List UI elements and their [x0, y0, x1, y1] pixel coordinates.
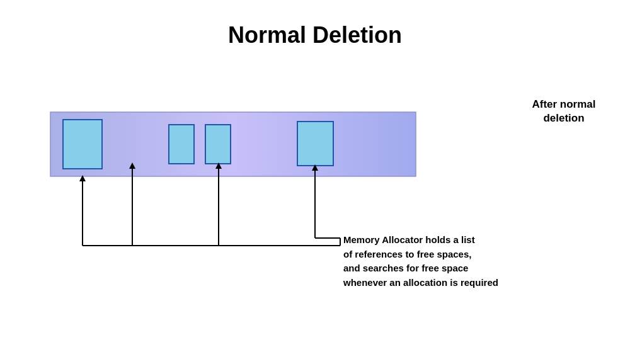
memory-allocator-label: Memory Allocator holds a listof referenc…	[343, 233, 595, 290]
memory-block-1	[63, 120, 102, 169]
arrow-head-2	[129, 162, 135, 169]
page-title: Normal Deletion	[0, 0, 630, 48]
arrow-head-4	[312, 164, 318, 171]
diagram-svg	[0, 0, 630, 364]
memory-bar	[50, 112, 416, 176]
memory-block-2	[169, 125, 194, 164]
memory-block-3	[205, 125, 231, 164]
after-deletion-label: After normaldeletion	[510, 98, 617, 125]
memory-block-4	[297, 122, 333, 166]
arrow-head-3	[215, 162, 222, 169]
arrow-head-1	[79, 175, 86, 181]
